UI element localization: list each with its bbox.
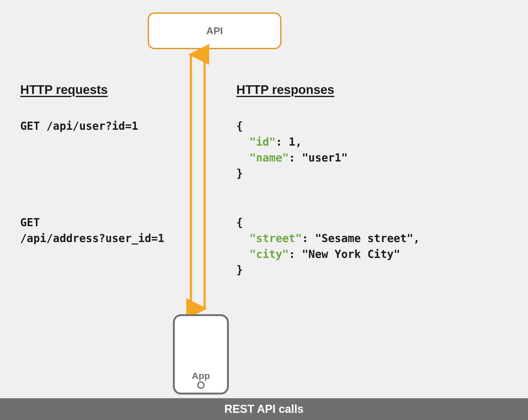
diagram-caption-bar: REST API calls: [0, 398, 528, 420]
diagram-canvas: API App HTTP requests HTTP responses GET…: [0, 0, 528, 420]
response-2-val-city: : "New York City": [289, 248, 400, 260]
request-2: GET /api/address?user_id=1: [20, 215, 164, 246]
response-2-key-city: "city": [249, 248, 289, 260]
app-phone-node: App: [173, 314, 229, 394]
response-1-val-id: : 1,: [276, 136, 302, 148]
diagram-caption: REST API calls: [225, 403, 304, 416]
request-2-line1: GET: [20, 216, 40, 229]
api-node-label: API: [206, 25, 223, 37]
response-2-json: { "street": "Sesame street", "city": "Ne…: [236, 215, 420, 278]
responses-heading: HTTP responses: [236, 83, 334, 97]
response-2-key-street: "street": [249, 232, 302, 245]
request-2-line2: /api/address?user_id=1: [20, 232, 164, 245]
request-response-arrows: [0, 0, 528, 420]
response-1-val-name: : "user1": [289, 152, 348, 164]
api-node: API: [148, 12, 281, 49]
response-1-open: {: [236, 120, 243, 132]
request-1: GET /api/user?id=1: [20, 118, 138, 134]
response-1-json: { "id": 1, "name": "user1" }: [236, 118, 348, 181]
response-2-close: }: [236, 264, 243, 276]
response-1-key-id: "id": [249, 136, 276, 148]
response-1-key-name: "name": [249, 152, 289, 164]
response-2-val-street: : "Sesame street",: [302, 232, 420, 245]
response-2-open: {: [236, 216, 243, 229]
app-node-label: App: [175, 371, 227, 381]
phone-home-button-icon: [197, 381, 205, 389]
requests-heading: HTTP requests: [20, 83, 108, 97]
response-1-close: }: [236, 167, 243, 180]
